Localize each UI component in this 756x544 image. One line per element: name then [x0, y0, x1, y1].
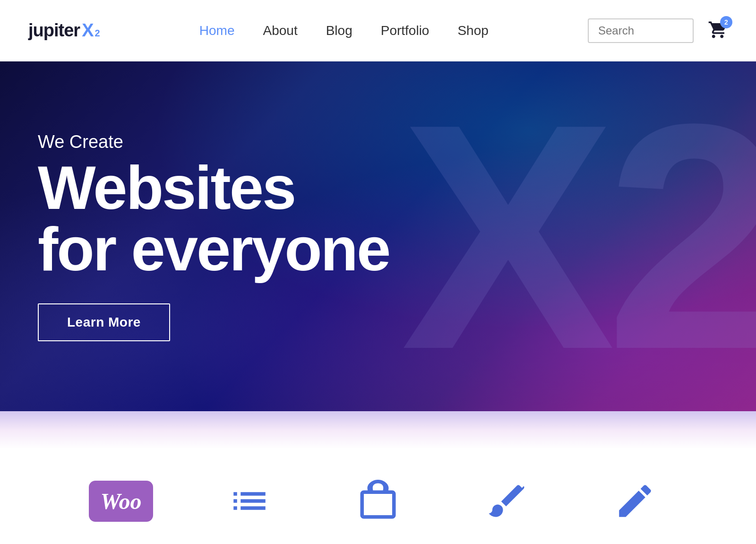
main-nav: Home About Blog Portfolio Shop: [199, 23, 489, 38]
pencil-icon: [614, 480, 656, 522]
list-icon-item: [202, 473, 297, 529]
search-input[interactable]: [598, 24, 683, 37]
cart-badge: 2: [720, 16, 732, 28]
cart-button[interactable]: 2: [708, 20, 728, 42]
logo-x: X: [82, 20, 94, 41]
hero-title: Websitesfor everyone: [38, 157, 718, 280]
woo-icon-item: Woo: [74, 473, 168, 529]
logo-superscript: 2: [94, 28, 100, 39]
nav-shop[interactable]: Shop: [457, 23, 488, 38]
briefcase-icon: [357, 480, 399, 522]
logo[interactable]: jupiter X 2: [28, 20, 100, 41]
woo-badge: Woo: [89, 481, 153, 522]
nav-home[interactable]: Home: [199, 23, 235, 38]
hero-section: X2 We Create Websitesfor everyone Learn …: [0, 61, 756, 411]
hero-subtitle: We Create: [38, 132, 718, 152]
header-right: 2: [588, 18, 728, 43]
brush-icon-item: [459, 473, 554, 529]
nav-portfolio[interactable]: Portfolio: [381, 23, 430, 38]
list-icon: [228, 480, 271, 522]
nav-about[interactable]: About: [263, 23, 297, 38]
logo-text: jupiter: [28, 20, 80, 41]
gradient-divider: [0, 411, 756, 449]
search-box[interactable]: [588, 18, 694, 43]
briefcase-icon-item: [331, 473, 425, 529]
hero-content: We Create Websitesfor everyone Learn Mor…: [38, 132, 718, 341]
brush-icon: [485, 480, 528, 522]
icons-row: Woo: [0, 449, 756, 544]
pencil-icon-item: [588, 473, 682, 529]
nav-blog[interactable]: Blog: [326, 23, 352, 38]
woo-text: Woo: [100, 488, 141, 514]
site-header: jupiter X 2 Home About Blog Portfolio Sh…: [0, 0, 756, 61]
hero-cta-button[interactable]: Learn More: [38, 303, 170, 341]
